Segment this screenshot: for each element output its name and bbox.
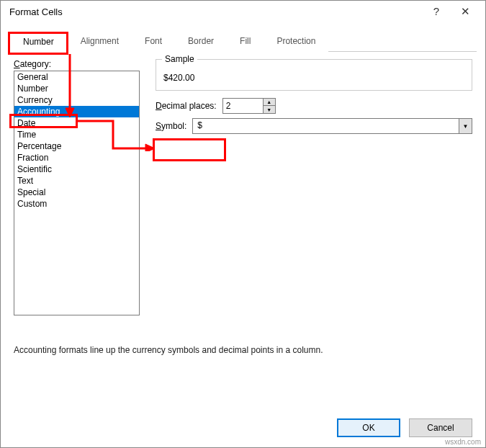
format-description: Accounting formats line up the currency …: [14, 345, 472, 355]
decimal-row: Decimal places: ▲ ▼: [156, 98, 472, 114]
category-listbox[interactable]: General Number Currency Accounting Date …: [14, 71, 140, 315]
symbol-label: Symbol:: [156, 121, 186, 131]
ok-button[interactable]: OK: [337, 418, 400, 437]
chevron-down-icon[interactable]: ▼: [459, 119, 472, 133]
symbol-row: Symbol: $ ▼: [156, 118, 472, 134]
category-item-time[interactable]: Time: [14, 129, 139, 140]
category-item-text[interactable]: Text: [14, 175, 139, 187]
sample-legend: Sample: [162, 54, 197, 64]
category-item-custom[interactable]: Custom: [14, 198, 139, 210]
category-item-currency[interactable]: Currency: [14, 94, 139, 106]
category-item-number[interactable]: Number: [14, 83, 139, 94]
category-item-percentage[interactable]: Percentage: [14, 140, 139, 152]
dialog-footer: OK Cancel: [337, 418, 472, 437]
category-item-scientific[interactable]: Scientific: [14, 163, 139, 175]
tab-protection[interactable]: Protection: [264, 32, 328, 52]
decimal-input[interactable]: [223, 99, 263, 113]
tab-alignment[interactable]: Alignment: [68, 32, 132, 52]
tab-fill[interactable]: Fill: [227, 32, 264, 52]
category-item-special[interactable]: Special: [14, 187, 139, 198]
tab-font[interactable]: Font: [132, 32, 175, 52]
close-icon[interactable]: ✕: [451, 1, 480, 22]
decimal-spinner[interactable]: ▲ ▼: [222, 98, 276, 114]
spinner-down-icon[interactable]: ▼: [264, 106, 275, 113]
decimal-label: Decimal places:: [156, 101, 217, 111]
tab-strip: Number Alignment Font Border Fill Protec…: [9, 31, 477, 52]
category-item-fraction[interactable]: Fraction: [14, 152, 139, 163]
spinner-up-icon[interactable]: ▲: [264, 99, 275, 106]
tab-content: Category: General Number Currency Accoun…: [1, 52, 485, 315]
spinner-buttons: ▲ ▼: [263, 99, 275, 113]
tab-border[interactable]: Border: [175, 32, 227, 52]
watermark: wsxdn.com: [445, 438, 481, 446]
symbol-dropdown[interactable]: $ ▼: [192, 118, 472, 134]
window-title: Format Cells: [9, 6, 422, 17]
format-options: Sample $420.00 Decimal places: ▲ ▼ Symbo…: [156, 59, 472, 138]
sample-box: Sample $420.00: [156, 59, 472, 91]
titlebar: Format Cells ? ✕: [1, 1, 485, 22]
category-item-date[interactable]: Date: [14, 117, 139, 129]
tab-number[interactable]: Number: [9, 32, 68, 52]
category-item-accounting[interactable]: Accounting: [14, 106, 139, 117]
help-icon[interactable]: ?: [422, 1, 451, 22]
category-item-general[interactable]: General: [14, 71, 139, 83]
sample-value: $420.00: [163, 73, 464, 83]
cancel-button[interactable]: Cancel: [409, 418, 472, 437]
symbol-value: $: [193, 119, 459, 133]
